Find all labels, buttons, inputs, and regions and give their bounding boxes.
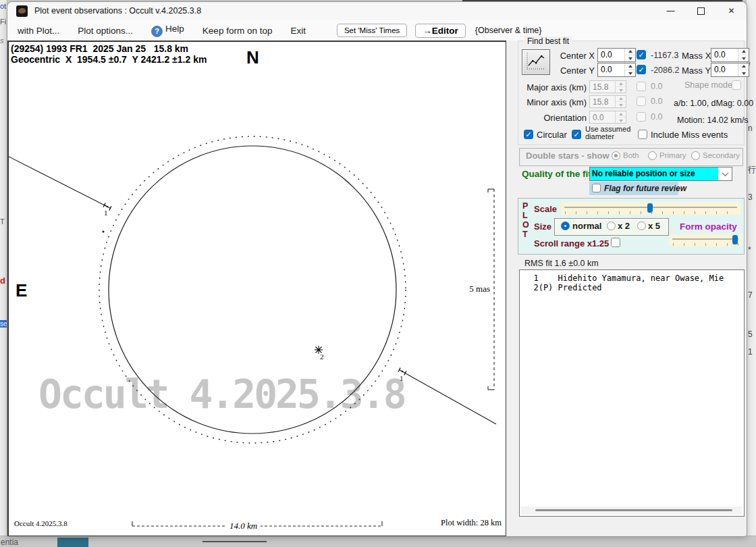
major-axis-spinner: 15.8 bbox=[589, 80, 626, 93]
plot-vertical-letter: P bbox=[522, 201, 528, 211]
horizontal-scrollbar[interactable] bbox=[520, 506, 742, 515]
double-stars-both-radio bbox=[612, 151, 620, 160]
bg-fragment: 5 bbox=[748, 330, 753, 339]
shape-model-label: Shape model bbox=[684, 80, 734, 90]
quality-label: Quality of the fit bbox=[522, 169, 591, 179]
double-stars-secondary-radio bbox=[691, 151, 700, 160]
window-title: Plot event observations : Occult v.4.202… bbox=[34, 6, 201, 16]
bg-fragment: 行 bbox=[748, 164, 756, 176]
spin-down-icon[interactable] bbox=[738, 70, 749, 76]
size-normal-label: normal bbox=[572, 221, 601, 231]
asteroid-circle bbox=[109, 146, 396, 434]
menu-item-keep-on-top[interactable]: Keep form on top bbox=[202, 26, 273, 36]
menubar: with Plot... Plot options... ?Help Keep … bbox=[7, 20, 747, 41]
plot-header: (29254) 1993 FR1 2025 Jan 25 15.8 kmGeoc… bbox=[11, 43, 207, 65]
orientation-alt-checkbox bbox=[637, 112, 646, 122]
rms-fit-label: RMS fit 1.6 ±0.0 km bbox=[524, 259, 599, 268]
center-x-label: Center X bbox=[531, 51, 595, 61]
flag-review-checkbox[interactable] bbox=[592, 184, 601, 192]
double-stars-title: Double stars - show bbox=[526, 151, 610, 161]
size-x5-radio[interactable] bbox=[637, 222, 646, 230]
spin-up-icon[interactable] bbox=[738, 49, 749, 55]
orientation-label: Orientation bbox=[518, 113, 587, 123]
bg-teal-box bbox=[57, 538, 88, 547]
offset-x-checkbox[interactable] bbox=[637, 50, 646, 59]
station2-label: 2 bbox=[320, 353, 324, 361]
include-miss-events-checkbox[interactable] bbox=[638, 130, 647, 139]
size-normal-radio[interactable] bbox=[561, 222, 570, 230]
background-taskbar-strip: entia bbox=[0, 536, 756, 547]
scale-label: Scale bbox=[534, 204, 557, 214]
bg-fragment: n bbox=[748, 124, 753, 133]
bg-fragment: entia bbox=[1, 538, 18, 547]
spin-up-icon[interactable] bbox=[738, 63, 749, 70]
mass-x-label: Mass X bbox=[682, 51, 711, 61]
form-opacity-label: Form opacity bbox=[680, 222, 737, 232]
app-icon bbox=[16, 5, 28, 17]
bg-fragment: s bbox=[0, 36, 7, 45]
occult-plot-window: Plot event observations : Occult v.4.202… bbox=[7, 1, 747, 537]
spin-down-icon[interactable] bbox=[738, 55, 749, 61]
observer-listbox[interactable]: 1 Hidehito Yamamura, near Owase, Mie 2(P… bbox=[519, 269, 745, 517]
minor-alt-value: 0.0 bbox=[651, 97, 662, 106]
center-y-spinner[interactable]: 0.0 bbox=[597, 63, 636, 77]
menu-item-exit[interactable]: Exit bbox=[290, 26, 306, 36]
bg-fragment: se bbox=[0, 320, 7, 328]
center-y-label: Center Y bbox=[531, 66, 595, 76]
titlebar: Plot event observations : Occult v.4.202… bbox=[7, 2, 747, 20]
minimize-button[interactable]: — bbox=[655, 2, 686, 20]
shape-model-checkbox bbox=[732, 80, 741, 90]
chord1-exit-line bbox=[406, 373, 496, 424]
use-assumed-diameter-label: Use assumed diameter bbox=[585, 126, 634, 140]
station1-label: 1 bbox=[104, 209, 108, 217]
size-label: Size bbox=[534, 222, 551, 232]
bg-fragment: Fi bbox=[0, 18, 7, 26]
spin-up-icon[interactable] bbox=[625, 49, 635, 55]
center-x-spinner[interactable]: 0.0 bbox=[597, 48, 636, 62]
scroll-range-checkbox[interactable] bbox=[611, 238, 620, 247]
use-assumed-diameter-checkbox[interactable] bbox=[572, 130, 581, 139]
bg-divider bbox=[202, 541, 267, 542]
spin-up-icon[interactable] bbox=[625, 63, 635, 70]
help-icon: ? bbox=[151, 26, 163, 37]
menu-item-plot-options[interactable]: Plot options... bbox=[78, 26, 133, 36]
offset-x-value: -1167.3 bbox=[651, 51, 678, 60]
chevron-down-icon[interactable] bbox=[718, 167, 732, 180]
minor-alt-checkbox bbox=[637, 97, 646, 106]
form-opacity-slider[interactable] bbox=[669, 234, 742, 246]
maximize-button[interactable] bbox=[686, 2, 716, 20]
observer-row[interactable]: 2(P) Predicted bbox=[524, 283, 602, 292]
scale-slider[interactable] bbox=[561, 203, 740, 215]
plot-vertical-letter: L bbox=[522, 211, 528, 220]
circular-checkbox[interactable] bbox=[524, 130, 533, 139]
east-label: E bbox=[16, 280, 27, 301]
offset-y-checkbox[interactable] bbox=[637, 65, 646, 74]
menu-item-help[interactable]: ?Help bbox=[151, 24, 184, 37]
major-alt-value: 0.0 bbox=[651, 82, 662, 91]
mas-scale-label: 5 mas bbox=[451, 284, 490, 294]
bg-fragment: ot bbox=[0, 2, 7, 10]
double-stars-primary-radio bbox=[648, 151, 657, 160]
menu-item-with-plot[interactable]: with Plot... bbox=[18, 26, 59, 36]
plot-canvas[interactable]: Occult 4.2025.3.8 bbox=[7, 41, 506, 536]
observer-time-label: {Observer & time} bbox=[475, 26, 542, 35]
editor-button[interactable]: →Editor bbox=[415, 24, 466, 38]
footer-version: Occult 4.2025.3.8 bbox=[14, 519, 68, 527]
bg-fragment: 3 bbox=[748, 192, 753, 202]
north-label: N bbox=[246, 47, 259, 68]
set-miss-times-button[interactable]: Set 'Miss' Times bbox=[337, 24, 407, 37]
size-x2-radio[interactable] bbox=[607, 222, 616, 230]
observer-row[interactable]: 1 Hidehito Yamamura, near Owase, Mie bbox=[524, 274, 724, 283]
chord1-entry-line bbox=[9, 157, 107, 207]
bg-fragment: 1 bbox=[748, 347, 753, 357]
spin-down-icon[interactable] bbox=[625, 55, 635, 61]
double-stars-secondary-label: Secondary bbox=[703, 151, 740, 159]
quality-combobox[interactable]: No reliable position or size bbox=[589, 167, 732, 181]
background-window-right-strip: / n 行 3 * 7 5 1 bbox=[746, 0, 756, 547]
bg-fragment: T bbox=[0, 217, 7, 226]
close-button[interactable]: ✕ bbox=[716, 2, 747, 20]
scrollbar-thumb[interactable] bbox=[535, 509, 732, 511]
mass-y-spinner[interactable]: 0.0 bbox=[711, 63, 749, 77]
mass-x-spinner[interactable]: 0.0 bbox=[711, 48, 749, 62]
spin-down-icon[interactable] bbox=[625, 70, 635, 76]
